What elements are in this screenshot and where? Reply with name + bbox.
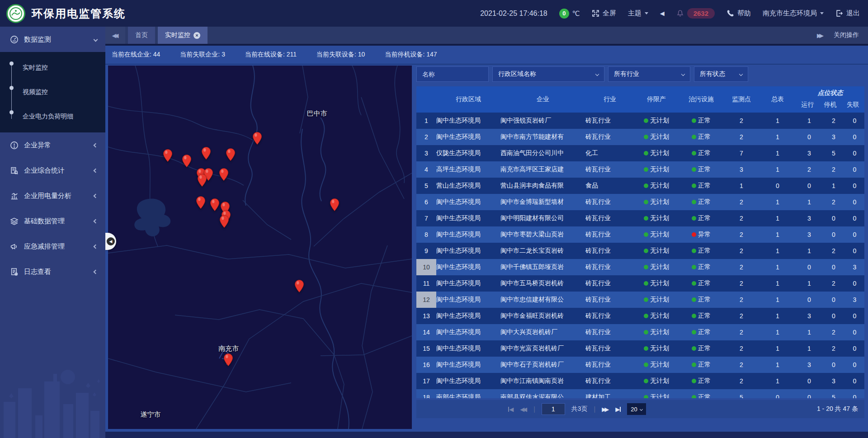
sidebar-item-label: 应急减排管理 [24, 242, 65, 251]
table-row[interactable]: 14阆中生态环境局阆中大兴页岩机砖厂砖瓦行业无计划正常21120 [416, 324, 864, 340]
page-size-select[interactable]: 20 [627, 403, 646, 415]
table-row[interactable]: 10阆中生态环境局阆中千佛镇五郎垭页岩砖瓦行业无计划正常21003 [416, 259, 864, 275]
tab-realtime-monitoring[interactable]: 实时监控 × [158, 27, 208, 44]
chevron-down-icon [739, 72, 743, 76]
cell-lost-count: 3 [845, 259, 864, 275]
cell-run-count: 1 [796, 275, 822, 292]
status-dot [692, 200, 696, 204]
sidebar-item-power-load-detail[interactable]: 企业电力负荷明细 [0, 104, 105, 129]
scroll-tabs-left-button[interactable]: ◀◀ [105, 27, 125, 44]
table-row[interactable]: 5营山生态环境局营山县润丰肉食品有限食品无计划正常10010 [416, 178, 864, 194]
sidebar-item-label: 基础数据管理 [24, 217, 65, 226]
map-marker[interactable] [226, 148, 236, 161]
prev-page-button[interactable]: ◀◀ [520, 406, 527, 413]
cell-company: 西南油气田分公司川中 [500, 145, 585, 161]
page-number-input[interactable] [542, 403, 565, 415]
table-row[interactable]: 13阆中生态环境局阆中市金福旺页岩机砖砖瓦行业无计划正常21300 [416, 308, 864, 324]
sidebar-item-video-monitoring[interactable]: 视频监控 [0, 80, 105, 104]
map-marker[interactable] [197, 174, 207, 187]
last-page-button[interactable]: ▶ [615, 406, 621, 413]
cell-company: 阆中市金博瑞新型墙材 [500, 194, 585, 210]
sidebar-item-label: 企业异常 [24, 141, 51, 150]
row-number: 8 [416, 226, 436, 243]
map-marker[interactable] [196, 196, 206, 209]
close-tab-icon[interactable]: × [193, 32, 200, 39]
table-row[interactable]: 3仪陇生态环境局西南油气田分公司川中化工无计划正常71350 [416, 145, 864, 161]
sidebar-item-emergency-reduction[interactable]: 应急减排管理 [0, 234, 105, 259]
map-marker[interactable] [163, 149, 173, 162]
next-page-button[interactable]: ▶▶ [602, 406, 609, 413]
table-row[interactable]: 8阆中生态环境局阆中市枣碧大梁山页岩砖瓦行业无计划异常21300 [416, 226, 864, 243]
region-filter-select[interactable]: 行政区域名称 [492, 66, 604, 82]
table-row[interactable]: 2阆中生态环境局阆中市南方节能建材有砖瓦行业无计划正常21030 [416, 129, 864, 145]
sidebar-item-data-monitoring[interactable]: 数据监测 [0, 27, 105, 52]
table-row[interactable]: 7阆中生态环境局阆中明阳建材有限公司砖瓦行业无计划正常21300 [416, 210, 864, 226]
bell-icon [676, 9, 684, 17]
table-row[interactable]: 6阆中生态环境局阆中市金博瑞新型墙材砖瓦行业无计划正常21120 [416, 194, 864, 210]
status-dot [692, 314, 696, 318]
table-row[interactable]: 4高坪生态环境局南充市高坪区王家店建砖瓦行业无计划正常31220 [416, 161, 864, 178]
cell-stop-status: 无计划 [634, 324, 679, 340]
table-row[interactable]: 1阆中生态环境局阆中强锐页岩砖厂砖瓦行业无计划正常21120 [416, 113, 864, 129]
table-row[interactable]: 17阆中生态环境局阆中市江南镇阆南页岩砖瓦行业无计划正常21030 [416, 373, 864, 389]
map-marker[interactable] [219, 215, 229, 228]
map-marker[interactable] [182, 154, 192, 167]
alarm-counter[interactable]: 2632 [676, 8, 715, 19]
map[interactable]: 巴中市南充市遂宁市 [108, 66, 412, 429]
cell-meter-count: 1 [759, 259, 796, 275]
cell-region: 阆中生态环境局 [436, 210, 500, 226]
map-marker[interactable] [219, 168, 229, 181]
cell-meter-count: 1 [759, 373, 796, 389]
map-roads [108, 66, 412, 429]
map-marker[interactable] [210, 198, 220, 212]
cell-monitor-count: 2 [724, 308, 759, 324]
sidebar-item-power-analysis[interactable]: 企业用电量分析 [0, 183, 105, 208]
sidebar-item-enterprise-abnormal[interactable]: 企业异常 [0, 132, 105, 158]
industry-filter-select[interactable]: 所有行业 [608, 66, 690, 82]
map-marker[interactable] [294, 280, 304, 293]
cell-stop-status: 无计划 [634, 226, 679, 243]
map-marker[interactable] [330, 198, 340, 212]
cell-run-count: 3 [796, 226, 822, 243]
theme-dropdown[interactable]: 主题 [628, 9, 648, 18]
table-row[interactable]: 9阆中生态环境局阆中市二龙长宝页岩砖砖瓦行业无计划正常21120 [416, 243, 864, 259]
sidebar-item-realtime-monitoring[interactable]: 实时监控 [0, 56, 105, 80]
map-marker[interactable] [201, 146, 211, 160]
table-row[interactable]: 12阆中生态环境局阆中市忠信建材有限公砖瓦行业无计划正常21003 [416, 292, 864, 308]
cell-industry: 砖瓦行业 [585, 113, 634, 129]
sidebar-item-enterprise-statistics[interactable]: 企业综合统计 [0, 158, 105, 183]
row-number: 18 [416, 389, 436, 398]
table-row[interactable]: 11阆中生态环境局阆中市五马桥页岩机砖砖瓦行业无计划正常21120 [416, 275, 864, 292]
sound-mute-button[interactable]: ◀ [660, 10, 665, 17]
name-filter-input[interactable] [422, 71, 483, 78]
cell-halt-count: 2 [822, 340, 845, 357]
name-filter[interactable] [416, 66, 489, 82]
app-window: 环保用电监管系统 2021-02-25 17:46:18 0 ℃ 全屏 主题 [0, 0, 868, 438]
cell-stop-status: 无计划 [634, 357, 679, 373]
first-page-button[interactable]: ◀ [508, 406, 514, 413]
table-row[interactable]: 16阆中生态环境局阆中市石子页岩机砖厂砖瓦行业无计划正常21300 [416, 357, 864, 373]
map-marker[interactable] [223, 353, 233, 367]
sidebar-item-log-view[interactable]: 日志查看 [0, 259, 105, 284]
cell-stop-status: 无计划 [634, 259, 679, 275]
logout-button[interactable]: 退出 [835, 9, 860, 18]
chevron-left-icon [94, 143, 98, 147]
scroll-tabs-right-button[interactable]: ▶▶ [817, 32, 824, 39]
alert-icon [10, 141, 19, 150]
cell-stop-status: 无计划 [634, 178, 679, 194]
help-button[interactable]: 帮助 [726, 9, 751, 18]
map-marker[interactable] [252, 132, 262, 145]
fullscreen-button[interactable]: 全屏 [592, 9, 616, 18]
table-row[interactable]: 15阆中生态环境局阆中市光富页岩机砖厂砖瓦行业无计划正常21120 [416, 340, 864, 357]
org-dropdown[interactable]: 南充市生态环境局 [763, 9, 824, 18]
tab-home[interactable]: 首页 [128, 27, 155, 44]
table-row[interactable]: 18南部生态环境局南部县双佳水泥有限公建材加工无计划正常50050 [416, 389, 864, 398]
cell-industry: 砖瓦行业 [585, 357, 634, 373]
cell-meter-count: 1 [759, 275, 796, 292]
sidebar-item-basic-data[interactable]: 基础数据管理 [0, 208, 105, 234]
status-dot [644, 330, 648, 334]
close-operations-dropdown[interactable]: 关闭操作 [834, 31, 859, 39]
cell-lost-count: 0 [845, 210, 864, 226]
status-filter-select[interactable]: 所有状态 [694, 66, 748, 82]
status-dot [644, 265, 648, 269]
